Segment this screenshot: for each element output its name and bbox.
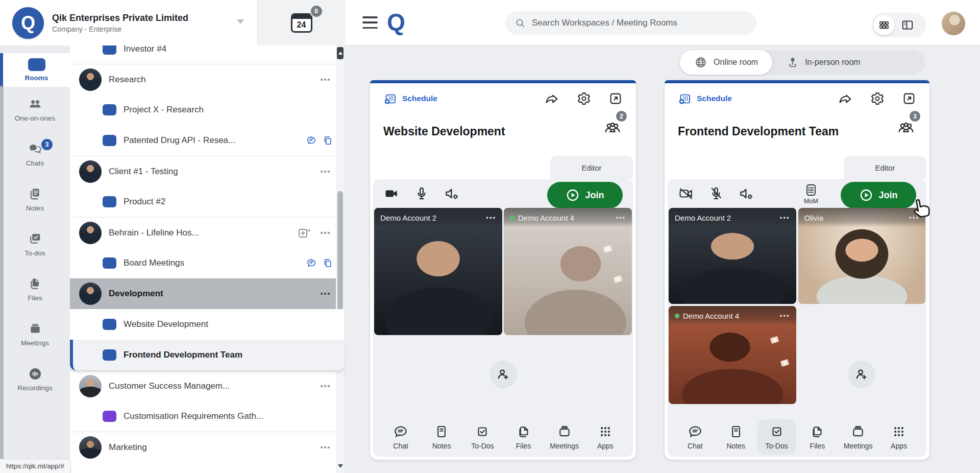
more-icon[interactable]	[318, 443, 333, 452]
more-icon[interactable]	[318, 75, 333, 84]
panel-scrollbar[interactable]	[336, 45, 345, 473]
workspace-row[interactable]: Research	[70, 64, 345, 94]
more-icon[interactable]	[780, 311, 790, 320]
video-tile[interactable]: Demo Account 4	[669, 306, 796, 404]
hamburger-icon[interactable]	[362, 16, 378, 29]
copy-icon[interactable]	[322, 135, 333, 146]
share-icon[interactable]	[545, 91, 559, 106]
join-button[interactable]: Join	[841, 182, 916, 208]
scroll-up-icon[interactable]	[337, 47, 344, 59]
room-row[interactable]: Product #2	[70, 186, 345, 217]
room-row[interactable]: Patented Drug API - Resea...	[70, 125, 345, 156]
tool-label: Apps	[891, 442, 907, 450]
workspace-row[interactable]: Behrain - Lifeline Hos...	[70, 217, 345, 248]
more-icon[interactable]	[780, 213, 790, 222]
card-toolbar: Chat Notes To-Dos Files	[373, 417, 633, 457]
grid-view-icon[interactable]	[873, 15, 895, 35]
mic-off-icon[interactable]	[708, 186, 724, 201]
quick-add-icon[interactable]	[297, 226, 313, 240]
room-row-selected[interactable]: Frontend Development Team	[70, 340, 345, 370]
sidebar-item-files[interactable]: Files	[0, 267, 70, 312]
scroll-down-icon[interactable]	[338, 464, 343, 468]
tool-notes[interactable]: Notes	[422, 419, 461, 455]
camera-on-icon[interactable]	[383, 186, 400, 201]
mic-on-icon[interactable]	[414, 186, 429, 201]
speaker-settings-icon[interactable]	[738, 186, 754, 201]
gear-icon[interactable]	[577, 91, 591, 106]
tab-editor[interactable]: Editor	[844, 156, 926, 179]
sidebar-item-todos[interactable]: To-dos	[0, 222, 70, 267]
participants-button[interactable]: 2	[602, 119, 623, 138]
room-row[interactable]: Investor #4	[70, 45, 345, 64]
copy-icon[interactable]	[322, 257, 333, 269]
video-tile[interactable]: Demo Account 2	[669, 208, 796, 304]
calendar-block[interactable]: 24 0	[258, 0, 345, 45]
participants-button[interactable]: 3	[896, 119, 916, 138]
room-row[interactable]: Website Development	[70, 309, 345, 340]
tool-chat[interactable]: Chat	[381, 419, 420, 455]
schedule-button[interactable]: Schedule	[383, 92, 437, 106]
more-icon[interactable]	[318, 167, 333, 176]
tool-todos-active[interactable]: To-Dos	[757, 419, 796, 455]
video-tile[interactable]: Demo Account 4	[504, 208, 632, 335]
open-in-new-icon[interactable]	[902, 91, 916, 106]
sidebar-item-chats[interactable]: 3 Chats	[0, 132, 70, 177]
more-icon[interactable]	[318, 289, 333, 298]
tile-participant-name: Demo Account 4	[675, 312, 739, 320]
workspace-row[interactable]: Client #1 - Testing	[70, 156, 345, 186]
tool-files[interactable]: Files	[504, 419, 543, 455]
tab-editor[interactable]: Editor	[550, 156, 633, 179]
video-tile[interactable]: Olivia	[798, 208, 926, 304]
gear-icon[interactable]	[870, 91, 885, 106]
company-switcher[interactable]: Q Qik Enterprises Private Limited Compan…	[0, 0, 258, 45]
more-icon[interactable]	[318, 228, 333, 238]
room-label: Project X - Research	[124, 105, 204, 115]
workspace-row[interactable]: Marketing	[70, 432, 345, 462]
view-switcher	[871, 13, 926, 37]
tool-todos[interactable]: To-Dos	[463, 419, 502, 455]
tool-label: Files	[516, 442, 531, 450]
chat-bubble-icon[interactable]	[306, 135, 317, 146]
more-icon[interactable]	[318, 382, 333, 391]
split-view-icon[interactable]	[897, 15, 918, 35]
more-icon[interactable]	[909, 213, 919, 222]
sidebar-item-one-on-ones[interactable]: One-on-ones	[0, 87, 70, 132]
more-icon[interactable]	[486, 213, 496, 222]
tool-notes[interactable]: Notes	[717, 419, 755, 455]
mom-button[interactable]: MoM	[804, 183, 818, 205]
online-room-tab[interactable]: Online room	[680, 50, 772, 75]
room-row[interactable]: Project X - Research	[70, 94, 345, 125]
tool-meetings[interactable]: Meetings	[545, 419, 584, 455]
schedule-button[interactable]: Schedule	[678, 92, 732, 106]
open-in-new-icon[interactable]	[608, 91, 623, 106]
chevron-down-icon[interactable]	[237, 19, 244, 24]
tool-chat[interactable]: Chat	[676, 419, 715, 455]
add-person-button[interactable]	[848, 361, 875, 387]
workspace-row-selected[interactable]: Development	[70, 278, 345, 309]
camera-off-icon[interactable]	[678, 186, 694, 201]
chat-bubble-icon[interactable]	[306, 257, 317, 269]
user-avatar[interactable]	[942, 12, 965, 35]
add-person-button[interactable]	[490, 361, 517, 387]
search-input[interactable]	[532, 18, 747, 28]
sidebar-item-notes[interactable]: Notes	[0, 177, 70, 222]
room-row[interactable]: Customisation Requirements Gath...	[70, 401, 345, 432]
tool-apps[interactable]: Apps	[586, 419, 625, 455]
workspace-row[interactable]: Customer Success Managem...	[70, 370, 345, 401]
tool-meetings[interactable]: Meetings	[839, 419, 877, 455]
rail-scrollbar[interactable]	[0, 85, 4, 473]
video-tile[interactable]: Demo Account 2	[374, 208, 502, 335]
tool-apps[interactable]: Apps	[879, 419, 918, 455]
more-icon[interactable]	[616, 213, 626, 222]
speaker-settings-icon[interactable]	[444, 186, 460, 201]
butterfly-decor	[780, 359, 789, 367]
in-person-room-tab[interactable]: In-person room	[772, 50, 875, 75]
sidebar-item-recordings[interactable]: Recordings	[0, 357, 70, 401]
share-icon[interactable]	[839, 91, 853, 106]
sidebar-item-meetings[interactable]: Meetings	[0, 312, 70, 357]
tool-files[interactable]: Files	[798, 419, 837, 455]
join-button[interactable]: Join	[547, 182, 623, 208]
sidebar-item-rooms[interactable]: Rooms	[0, 53, 70, 87]
room-row[interactable]: Board Meetings	[70, 248, 345, 278]
search-bar[interactable]	[505, 11, 756, 35]
